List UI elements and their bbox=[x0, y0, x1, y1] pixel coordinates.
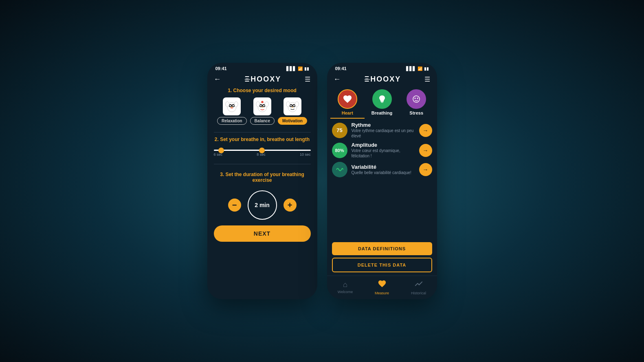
step2-title: 2. Set your breathe in, breathe out leng… bbox=[214, 137, 311, 142]
menu-button-left[interactable]: ☰ bbox=[305, 75, 310, 83]
svg-point-17 bbox=[261, 101, 263, 103]
nav-welcome[interactable]: ⌂ Welcome bbox=[327, 280, 364, 294]
status-bar-left: 09:41 ▋▋▋ 📶 ▮▮ bbox=[207, 63, 317, 73]
tabs-row: Heart Breathing bbox=[327, 88, 437, 119]
delete-data-button[interactable]: DELETE THIS DATA bbox=[332, 258, 432, 272]
owl-motivation: Motivation bbox=[278, 97, 307, 125]
variabilite-wave-icon bbox=[336, 166, 344, 174]
metric-text-variabilite: Variabilité Quelle belle variabilité car… bbox=[352, 164, 415, 175]
status-icons-left: ▋▋▋ 📶 ▮▮ bbox=[286, 66, 309, 71]
svg-point-30 bbox=[417, 98, 418, 99]
svg-point-12 bbox=[260, 105, 262, 106]
back-button-right[interactable]: ← bbox=[334, 75, 341, 84]
bottom-nav: ⌂ Welcome Measure Historical bbox=[327, 276, 437, 299]
duration-minus-button[interactable]: − bbox=[228, 199, 241, 212]
svg-point-4 bbox=[233, 105, 234, 106]
nav-label-historical: Historical bbox=[411, 291, 426, 295]
metric-row-amplitude: 80% Amplitude Votre cœur est dynamique, … bbox=[332, 142, 432, 159]
stress-icon bbox=[411, 94, 421, 104]
next-button[interactable]: NEXT bbox=[214, 225, 311, 242]
breath-slider[interactable]: 6 sec 8 sec 10 sec bbox=[214, 150, 311, 157]
phone-right: 09:41 ▋▋▋ 📶 ▮▮ ← ΞHOOXY ☰ H bbox=[327, 63, 437, 299]
svg-point-28 bbox=[413, 96, 420, 102]
mood-row: Relaxation bbox=[214, 97, 311, 125]
mood-btn-relaxation[interactable]: Relaxation bbox=[217, 117, 247, 125]
owl-balance: Balance bbox=[250, 97, 275, 125]
mood-btn-balance[interactable]: Balance bbox=[250, 117, 275, 125]
metric-text-rythme: Rythme Votre rythme cardiaque est un peu… bbox=[352, 122, 415, 139]
status-icons-right: ▋▋▋ 📶 ▮▮ bbox=[406, 66, 429, 71]
slider-thumb-left[interactable] bbox=[218, 148, 224, 153]
svg-point-15 bbox=[256, 102, 259, 107]
slider-label-8: 8 sec bbox=[257, 152, 266, 157]
metric-icon-variabilite bbox=[332, 162, 347, 177]
battery-icon-right: ▮▮ bbox=[424, 66, 429, 71]
slider-label-10: 10 sec bbox=[300, 152, 311, 157]
metric-row-variabilite: Variabilité Quelle belle variabilité car… bbox=[332, 162, 432, 177]
svg-rect-27 bbox=[381, 102, 383, 103]
svg-point-13 bbox=[263, 105, 265, 106]
svg-point-24 bbox=[286, 102, 290, 107]
nav-measure[interactable]: Measure bbox=[364, 279, 400, 295]
duration-controls: − 2 min + bbox=[228, 190, 297, 220]
metric-row-rythme: 75 Rythme Votre rythme cardiaque est un … bbox=[332, 122, 432, 139]
svg-point-22 bbox=[293, 105, 295, 106]
svg-point-21 bbox=[290, 105, 292, 106]
time-right: 09:41 bbox=[335, 66, 347, 71]
tab-circle-heart bbox=[338, 89, 357, 109]
menu-button-right[interactable]: ☰ bbox=[424, 75, 430, 83]
duration-section: 3. Set the duration of your breathing ex… bbox=[214, 172, 311, 220]
phones-container: 09:41 ▋▋▋ 📶 ▮▮ ← ΞHOOXY ☰ 1. Choose your… bbox=[207, 63, 437, 299]
wifi-icon-right: 📶 bbox=[418, 66, 422, 71]
signal-icon-right: ▋▋▋ bbox=[406, 66, 416, 71]
action-buttons: DATA DEFINITIONS DELETE THIS DATA bbox=[327, 240, 437, 276]
metric-name-amplitude: Amplitude bbox=[352, 142, 415, 148]
svg-point-8 bbox=[235, 102, 238, 107]
header-right: ← ΞHOOXY ☰ bbox=[327, 73, 437, 88]
metric-arrow-rythme[interactable]: → bbox=[419, 124, 432, 137]
battery-icon-left: ▮▮ bbox=[304, 66, 309, 71]
time-left: 09:41 bbox=[215, 66, 227, 71]
tab-breathing[interactable]: Breathing bbox=[365, 89, 399, 119]
back-button-left[interactable]: ← bbox=[214, 75, 221, 84]
duration-plus-button[interactable]: + bbox=[284, 199, 297, 212]
tab-circle-breathing bbox=[372, 89, 392, 109]
tab-stress[interactable]: Stress bbox=[399, 89, 434, 119]
tab-label-stress: Stress bbox=[409, 110, 423, 115]
tab-label-breathing: Breathing bbox=[371, 110, 392, 115]
owl-icon-relaxation bbox=[223, 97, 241, 115]
data-definitions-button[interactable]: DATA DEFINITIONS bbox=[332, 242, 432, 255]
divider-1 bbox=[214, 132, 311, 132]
svg-rect-26 bbox=[381, 102, 383, 102]
tab-circle-stress bbox=[407, 89, 426, 109]
home-icon: ⌂ bbox=[343, 280, 347, 289]
metric-arrow-amplitude[interactable]: → bbox=[419, 144, 432, 157]
svg-point-7 bbox=[226, 102, 229, 107]
slider-labels: 6 sec 8 sec 10 sec bbox=[214, 152, 311, 157]
measure-icon bbox=[378, 279, 387, 290]
owl-icon-motivation bbox=[284, 97, 301, 115]
nav-historical[interactable]: Historical bbox=[400, 279, 437, 295]
logo-left: ΞHOOXY bbox=[245, 75, 281, 84]
owl-icon-balance bbox=[253, 97, 271, 115]
tab-label-heart: Heart bbox=[342, 110, 353, 115]
metric-desc-rythme: Votre rythme cardiaque est un peu élevé bbox=[352, 128, 415, 139]
slider-thumb-middle[interactable] bbox=[259, 148, 265, 153]
status-bar-right: 09:41 ▋▋▋ 📶 ▮▮ bbox=[327, 63, 437, 73]
metric-desc-variabilite: Quelle belle variabilité cardiaque! bbox=[352, 170, 415, 175]
metric-icon-amplitude: 80% bbox=[332, 143, 347, 158]
mood-btn-motivation[interactable]: Motivation bbox=[278, 117, 307, 125]
divider-2 bbox=[214, 164, 311, 164]
duration-display: 2 min bbox=[248, 190, 277, 220]
metric-name-rythme: Rythme bbox=[352, 122, 415, 128]
wifi-icon-left: 📶 bbox=[298, 66, 303, 71]
svg-point-3 bbox=[230, 105, 231, 106]
tab-heart[interactable]: Heart bbox=[330, 89, 365, 119]
owl-svg-balance bbox=[255, 99, 270, 114]
svg-point-25 bbox=[295, 102, 299, 107]
nav-label-measure: Measure bbox=[375, 291, 389, 295]
step3-title: 3. Set the duration of your breathing ex… bbox=[214, 172, 311, 183]
metric-arrow-variabilite[interactable]: → bbox=[419, 163, 432, 176]
metrics-list: 75 Rythme Votre rythme cardiaque est un … bbox=[327, 119, 437, 240]
step1-title: 1. Choose your desired mood bbox=[214, 88, 311, 93]
